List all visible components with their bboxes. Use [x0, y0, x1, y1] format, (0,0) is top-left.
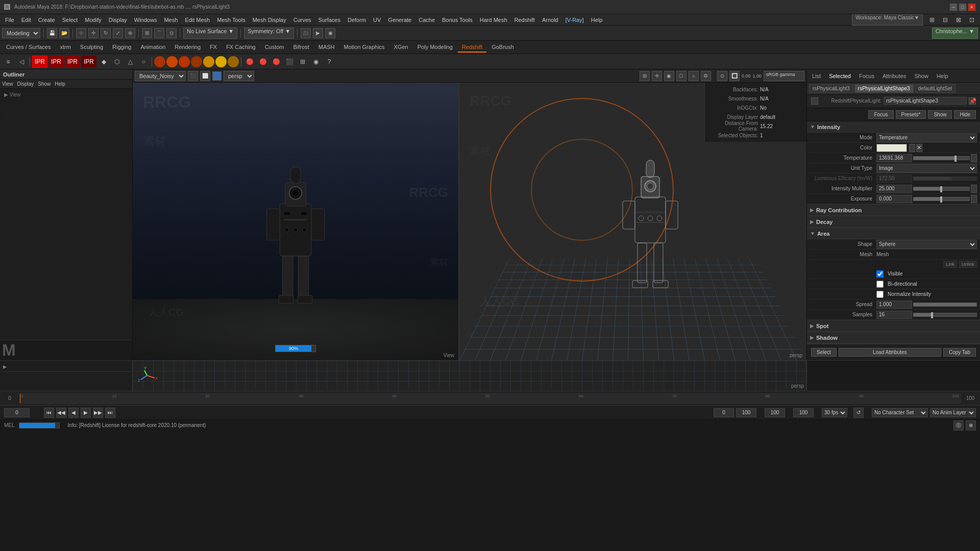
- live-surface-btn[interactable]: No Live Surface ▼: [183, 28, 237, 39]
- menu-hardmesh[interactable]: Hard Mesh: [477, 16, 510, 24]
- node-tab-2[interactable]: rsPhysicalLightShape3: [854, 84, 914, 93]
- menu-windows[interactable]: Windows: [131, 16, 160, 24]
- outliner-view[interactable]: View: [2, 81, 13, 87]
- samples-slider[interactable]: [913, 313, 977, 317]
- viewport-3d[interactable]: Backfaces: N/A Smoothness: N/A InDGCtx: …: [459, 83, 806, 360]
- fwd-btn[interactable]: ▶▶: [93, 408, 103, 418]
- panel-tab-focus[interactable]: Focus: [857, 72, 876, 80]
- prev-frame-btn[interactable]: ⏮: [44, 408, 54, 418]
- menu-meshtools[interactable]: Mesh Tools: [214, 16, 248, 24]
- icon-vol[interactable]: ⬛: [283, 56, 296, 68]
- anim-layer-select[interactable]: No Anim Layer: [930, 408, 976, 417]
- load-attributes-button[interactable]: Load Attributes: [839, 348, 941, 357]
- vp-frame1[interactable]: ⊙: [717, 71, 727, 81]
- intensity-header[interactable]: ▼ Intensity: [807, 121, 980, 133]
- menu-deform[interactable]: Deform: [345, 16, 369, 24]
- icon-tex[interactable]: ⊞: [297, 56, 309, 68]
- camera-select[interactable]: persp: [224, 71, 254, 81]
- vp-light-icon[interactable]: ◉: [664, 71, 674, 81]
- tool-universal[interactable]: ⊕: [125, 28, 135, 38]
- menu-display[interactable]: Display: [106, 16, 130, 24]
- rs-icon4[interactable]: IPR: [81, 56, 96, 68]
- normalize-checkbox[interactable]: [876, 291, 884, 298]
- rs-mat7-icon[interactable]: [228, 56, 239, 67]
- end-frame3[interactable]: [793, 408, 814, 417]
- icon-light2[interactable]: 🔴: [257, 56, 269, 68]
- show-button[interactable]: Show: [928, 110, 952, 119]
- loop-btn[interactable]: ↺: [853, 408, 864, 418]
- tool-ipr[interactable]: ◉: [325, 28, 335, 38]
- maximize-button[interactable]: □: [959, 3, 967, 11]
- vp-shading-icon[interactable]: ⬛: [188, 71, 198, 81]
- outliner-show[interactable]: Show: [38, 81, 51, 87]
- menu-editmesh[interactable]: Edit Mesh: [182, 16, 213, 24]
- vp-render-icon[interactable]: ⬡: [676, 71, 687, 81]
- icon-snap2[interactable]: ⊟: [939, 14, 951, 26]
- tool-camera[interactable]: 🎥: [301, 28, 311, 38]
- color-reset-btn[interactable]: ✕: [916, 144, 922, 152]
- minimize-button[interactable]: ─: [949, 3, 958, 11]
- node-tab-3[interactable]: defaultLightSet: [915, 84, 956, 93]
- fps-select[interactable]: 30 fps 24 fps: [822, 408, 847, 417]
- menu-generate[interactable]: Generate: [385, 16, 414, 24]
- menu-mesh[interactable]: Mesh: [161, 16, 181, 24]
- vp-settings-icon[interactable]: ⚙: [701, 71, 711, 81]
- spread-slider[interactable]: [913, 303, 977, 307]
- copy-tab-button[interactable]: Copy Tab: [943, 348, 976, 357]
- intensity-mult-slider[interactable]: [913, 187, 970, 191]
- tab-mash[interactable]: MASH: [314, 42, 339, 53]
- timeline-track[interactable]: 0 10 20 30 40 50 60 70 80 90 100: [19, 393, 961, 404]
- vp-resolve-icon[interactable]: ⟐: [689, 71, 699, 81]
- menu-file[interactable]: File: [2, 16, 17, 24]
- visible-checkbox[interactable]: [876, 270, 884, 278]
- select-button[interactable]: Select: [811, 348, 837, 357]
- menu-modify[interactable]: Modify: [82, 16, 104, 24]
- ray-contribution-header[interactable]: ▶ Ray Contribution: [807, 205, 980, 216]
- panel-tab-selected[interactable]: Selected: [827, 72, 853, 80]
- menu-create[interactable]: Create: [35, 16, 58, 24]
- status-icon2[interactable]: ⊕: [966, 420, 976, 431]
- end-frame2[interactable]: [765, 408, 785, 417]
- tool-save[interactable]: 💾: [47, 28, 57, 38]
- menu-curves[interactable]: Curves: [290, 16, 314, 24]
- temperature-input[interactable]: 13691.368: [876, 154, 912, 162]
- exposure-link[interactable]: [971, 195, 977, 203]
- rs-mat6-icon[interactable]: [215, 56, 227, 67]
- tab-animation[interactable]: Animation: [136, 42, 169, 53]
- node-bookmark-btn[interactable]: 📌: [969, 97, 976, 105]
- intensity-mult-link[interactable]: [971, 185, 977, 193]
- status-icon1[interactable]: ⓪: [953, 420, 964, 431]
- rs-mat5-icon[interactable]: [203, 56, 214, 67]
- color-swatch[interactable]: [876, 144, 907, 152]
- menu-arnold[interactable]: Arnold: [539, 16, 561, 24]
- viewport-rendered[interactable]: RRCG 素材 RRCG 人人CG 素材 90% View: [133, 83, 459, 360]
- mode-selector[interactable]: Modeling: [2, 28, 40, 38]
- node-tab-1[interactable]: rsPhysicalLight3: [809, 84, 853, 93]
- panel-tab-show[interactable]: Show: [912, 72, 930, 80]
- rs-mat2-icon[interactable]: [166, 56, 178, 67]
- icon-light3[interactable]: 🔴: [270, 56, 282, 68]
- tab-rigging[interactable]: Rigging: [108, 42, 135, 53]
- icon-tbr1[interactable]: ◁: [15, 56, 28, 68]
- symmetry-btn[interactable]: Symmetry: Off ▼: [244, 28, 294, 39]
- hide-button[interactable]: Hide: [954, 110, 976, 119]
- exposure-slider[interactable]: [913, 197, 970, 201]
- menu-select[interactable]: Select: [59, 16, 81, 24]
- outliner-toggle-icon[interactable]: ≡: [2, 56, 14, 68]
- menu-uv[interactable]: UV: [370, 16, 384, 24]
- vp-frame2[interactable]: 🔳: [729, 71, 740, 81]
- focus-button[interactable]: Focus: [868, 110, 893, 119]
- colorspace-select[interactable]: sRGB gamma: [764, 71, 804, 81]
- next-frame-btn[interactable]: ⏭: [105, 408, 115, 418]
- temperature-link-btn[interactable]: [971, 154, 977, 162]
- panel-tab-attributes[interactable]: Attributes: [880, 72, 908, 80]
- link-button[interactable]: Link: [943, 261, 957, 268]
- mode-select[interactable]: Temperature: [876, 133, 977, 142]
- outliner-display[interactable]: Display: [17, 81, 34, 87]
- rs-ipr-icon[interactable]: IPR: [32, 56, 47, 68]
- panel-tab-list[interactable]: List: [810, 72, 823, 80]
- icon-snap4[interactable]: ⊡: [966, 14, 978, 26]
- tool-render[interactable]: ▶: [313, 28, 323, 38]
- frame-input[interactable]: 0: [4, 408, 30, 417]
- bottom-viewport[interactable]: X Y Z persp: [133, 361, 806, 391]
